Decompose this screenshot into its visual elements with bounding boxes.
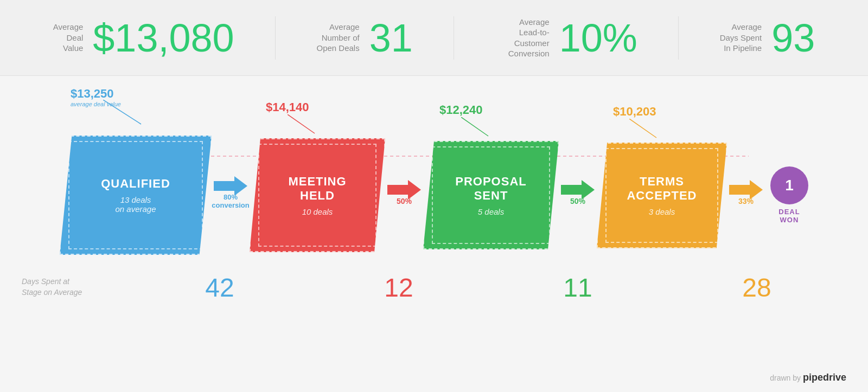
qualified-name: QUALIFIED xyxy=(101,177,170,191)
days-values: 42 12 11 28 xyxy=(130,273,846,303)
stat-divider-2 xyxy=(454,16,454,60)
proposal-name: PROPOSAL SENT xyxy=(455,175,526,203)
days-value-proposal: 11 xyxy=(563,273,592,303)
arrow-2 xyxy=(387,185,421,195)
svg-line-2 xyxy=(288,114,315,133)
terms-shape: TERMS ACCEPTED 3 deals xyxy=(597,143,727,248)
connector-4: 33% xyxy=(727,185,765,205)
arrowhead-1 xyxy=(234,176,247,196)
attribution-prefix: drawn by xyxy=(770,374,801,382)
terms-deals: 3 deals xyxy=(649,207,675,216)
terms-deal-value: $10,203 xyxy=(613,105,656,119)
deal-won-circle: 1 xyxy=(770,166,808,204)
pipeline-area: $13,250 average deal value QUALIFIED 13 … xyxy=(0,76,868,314)
stage-terms-accepted: $10,203 TERMS ACCEPTED 3 deals xyxy=(597,143,727,248)
meeting-deal-value-container: $14,140 xyxy=(266,100,309,114)
arrow-line-2 xyxy=(387,185,408,195)
attribution: drawn by pipedrive xyxy=(770,372,846,383)
connector-2: 50% xyxy=(385,185,423,205)
days-bar: Days Spent at Stage on Average 42 12 11 … xyxy=(0,260,868,314)
arrow-line-4 xyxy=(729,185,750,195)
proposal-deals: 5 deals xyxy=(478,207,504,216)
arrow-line-3 xyxy=(561,185,582,195)
terms-name: TERMS ACCEPTED xyxy=(627,175,697,203)
days-label-section: Days Spent at Stage on Average xyxy=(22,277,130,298)
arrow-1 xyxy=(214,181,247,191)
stat-avg-days: Average Days Spent In Pipeline 93 xyxy=(720,18,815,57)
meeting-shape: MEETING HELD 10 deals xyxy=(250,138,385,252)
stage-meeting-held: $14,140 MEETING HELD 10 deals xyxy=(250,138,385,252)
stat-avg-deal-value: Average Deal Value $13,080 xyxy=(53,18,234,57)
svg-line-3 xyxy=(461,117,488,136)
qualified-shape: QUALIFIED 13 deals on average xyxy=(60,136,212,255)
stat-label-open-deals: Average Number of Open Deals xyxy=(316,22,359,54)
svg-line-1 xyxy=(103,100,141,124)
arrowhead-4 xyxy=(750,180,763,200)
meeting-deals: 10 deals xyxy=(302,207,333,216)
stage-qualified: $13,250 average deal value QUALIFIED 13 … xyxy=(60,136,212,255)
stat-value-deal-value: $13,080 xyxy=(93,18,234,57)
stat-divider-1 xyxy=(275,16,276,60)
stat-value-days: 93 xyxy=(771,18,815,57)
stat-label-conversion: Average Lead-to-Customer Conversion xyxy=(495,17,550,59)
stages-row: $13,250 average deal value QUALIFIED 13 … xyxy=(60,136,808,255)
stat-value-conversion: 10% xyxy=(559,18,637,57)
terms-deal-value-container: $10,203 xyxy=(613,105,656,119)
arrowhead-2 xyxy=(408,180,421,200)
attribution-brand: pipedrive xyxy=(803,372,846,383)
stage-proposal-sent: $12,240 PROPOSAL SENT 5 deals xyxy=(423,141,559,249)
days-value-qualified: 42 xyxy=(205,273,234,303)
qualified-deal-value: $13,250 xyxy=(71,87,121,101)
deal-won-wrapper: 1 DEAL WON xyxy=(770,166,808,224)
connector-1: 80% conversion xyxy=(212,181,250,209)
arrow-line-1 xyxy=(214,181,234,191)
qualified-deals: 13 deals on average xyxy=(115,195,156,214)
stat-value-open-deals: 31 xyxy=(369,18,413,57)
deal-won-label: DEAL WON xyxy=(778,208,800,224)
stat-avg-conversion: Average Lead-to-Customer Conversion 10% xyxy=(495,17,637,59)
arrow-4 xyxy=(729,185,763,195)
days-value-terms: 28 xyxy=(742,273,771,303)
qualified-value-arrow xyxy=(103,100,146,127)
meeting-name: MEETING HELD xyxy=(288,175,346,203)
proposal-shape: PROPOSAL SENT 5 deals xyxy=(423,141,559,249)
days-label-text: Days Spent at Stage on Average xyxy=(22,277,130,298)
meeting-deal-value: $14,140 xyxy=(266,100,309,114)
svg-line-4 xyxy=(629,119,656,138)
arrow-3 xyxy=(561,185,595,195)
proposal-value-arrow xyxy=(461,117,494,139)
stat-divider-3 xyxy=(678,16,679,60)
qualified-deal-value-container: $13,250 average deal value xyxy=(71,87,121,107)
terms-value-arrow xyxy=(629,119,662,140)
connector-3: 50% xyxy=(559,185,597,205)
meeting-value-arrow xyxy=(288,114,320,136)
stats-bar: Average Deal Value $13,080 Average Numbe… xyxy=(0,0,868,76)
days-value-meeting: 12 xyxy=(384,273,413,303)
proposal-deal-value-container: $12,240 xyxy=(439,103,483,117)
proposal-deal-value: $12,240 xyxy=(439,103,483,117)
stat-label-days: Average Days Spent In Pipeline xyxy=(720,22,762,54)
stat-avg-open-deals: Average Number of Open Deals 31 xyxy=(316,18,412,57)
arrowhead-3 xyxy=(582,180,595,200)
stat-label-deal-value: Average Deal Value xyxy=(53,22,84,54)
